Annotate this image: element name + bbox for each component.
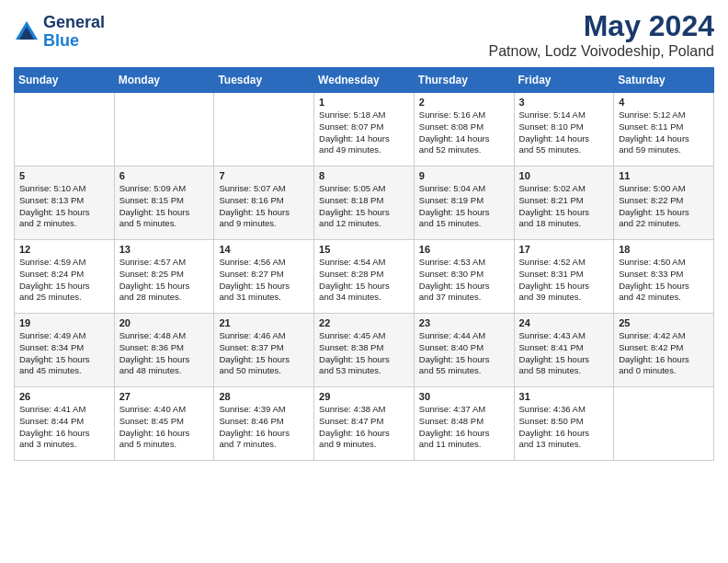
cell-info: Sunrise: 4:41 AM Sunset: 8:44 PM Dayligh… (19, 404, 109, 451)
month-title: May 2024 (488, 9, 714, 43)
cell-info: Sunrise: 5:14 AM Sunset: 8:10 PM Dayligh… (519, 109, 609, 156)
calendar-cell: 28Sunrise: 4:39 AM Sunset: 8:46 PM Dayli… (214, 387, 314, 461)
calendar-cell: 27Sunrise: 4:40 AM Sunset: 8:45 PM Dayli… (114, 387, 214, 461)
calendar-cell: 1Sunrise: 5:18 AM Sunset: 8:07 PM Daylig… (314, 93, 415, 167)
calendar-cell (114, 93, 214, 167)
day-number: 6 (119, 170, 210, 181)
calendar-week-row: 12Sunrise: 4:59 AM Sunset: 8:24 PM Dayli… (15, 240, 714, 314)
calendar-cell: 21Sunrise: 4:46 AM Sunset: 8:37 PM Dayli… (214, 314, 314, 387)
day-number: 12 (19, 244, 109, 255)
cell-info: Sunrise: 4:38 AM Sunset: 8:47 PM Dayligh… (319, 404, 409, 451)
calendar-cell: 13Sunrise: 4:57 AM Sunset: 8:25 PM Dayli… (114, 240, 214, 314)
cell-info: Sunrise: 4:52 AM Sunset: 8:31 PM Dayligh… (519, 257, 609, 304)
day-number: 16 (419, 244, 509, 255)
day-number: 25 (619, 317, 709, 328)
day-number: 3 (519, 97, 609, 108)
calendar-cell: 16Sunrise: 4:53 AM Sunset: 8:30 PM Dayli… (414, 240, 514, 314)
weekday-header-row: SundayMondayTuesdayWednesdayThursdayFrid… (15, 68, 714, 93)
day-number: 1 (319, 97, 409, 108)
cell-info: Sunrise: 4:39 AM Sunset: 8:46 PM Dayligh… (219, 404, 309, 451)
day-number: 30 (419, 391, 509, 402)
logo-icon (14, 19, 40, 45)
calendar-cell: 22Sunrise: 4:45 AM Sunset: 8:38 PM Dayli… (314, 314, 415, 387)
weekday-header-cell: Wednesday (314, 68, 415, 93)
weekday-header-cell: Sunday (15, 68, 115, 93)
calendar-cell: 31Sunrise: 4:36 AM Sunset: 8:50 PM Dayli… (514, 387, 614, 461)
calendar-cell: 5Sunrise: 5:10 AM Sunset: 8:13 PM Daylig… (15, 167, 115, 240)
calendar-cell: 24Sunrise: 4:43 AM Sunset: 8:41 PM Dayli… (514, 314, 614, 387)
title-block: May 2024 Patnow, Lodz Voivodeship, Polan… (488, 9, 714, 60)
day-number: 13 (119, 244, 210, 255)
cell-info: Sunrise: 5:02 AM Sunset: 8:21 PM Dayligh… (519, 183, 609, 230)
calendar-cell (15, 93, 115, 167)
page-header: General Blue May 2024 Patnow, Lodz Voivo… (14, 9, 714, 60)
cell-info: Sunrise: 4:44 AM Sunset: 8:40 PM Dayligh… (419, 330, 509, 377)
cell-info: Sunrise: 4:59 AM Sunset: 8:24 PM Dayligh… (19, 257, 109, 304)
day-number: 27 (119, 391, 210, 402)
day-number: 22 (319, 317, 409, 328)
calendar-cell: 18Sunrise: 4:50 AM Sunset: 8:33 PM Dayli… (614, 240, 714, 314)
calendar-week-row: 19Sunrise: 4:49 AM Sunset: 8:34 PM Dayli… (15, 314, 714, 387)
calendar-cell: 14Sunrise: 4:56 AM Sunset: 8:27 PM Dayli… (214, 240, 314, 314)
calendar-table: SundayMondayTuesdayWednesdayThursdayFrid… (14, 67, 714, 461)
day-number: 17 (519, 244, 609, 255)
calendar-cell: 15Sunrise: 4:54 AM Sunset: 8:28 PM Dayli… (314, 240, 415, 314)
cell-info: Sunrise: 5:00 AM Sunset: 8:22 PM Dayligh… (619, 183, 709, 230)
calendar-cell: 9Sunrise: 5:04 AM Sunset: 8:19 PM Daylig… (414, 167, 514, 240)
day-number: 5 (19, 170, 109, 181)
cell-info: Sunrise: 4:43 AM Sunset: 8:41 PM Dayligh… (519, 330, 609, 377)
day-number: 19 (19, 317, 109, 328)
cell-info: Sunrise: 5:07 AM Sunset: 8:16 PM Dayligh… (219, 183, 309, 230)
day-number: 10 (519, 170, 609, 181)
calendar-cell: 10Sunrise: 5:02 AM Sunset: 8:21 PM Dayli… (514, 167, 614, 240)
day-number: 15 (319, 244, 409, 255)
calendar-week-row: 5Sunrise: 5:10 AM Sunset: 8:13 PM Daylig… (15, 167, 714, 240)
logo-text: General Blue (43, 14, 105, 51)
day-number: 29 (319, 391, 409, 402)
calendar-cell: 23Sunrise: 4:44 AM Sunset: 8:40 PM Dayli… (414, 314, 514, 387)
weekday-header-cell: Monday (114, 68, 214, 93)
cell-info: Sunrise: 5:18 AM Sunset: 8:07 PM Dayligh… (319, 109, 409, 156)
calendar-cell: 17Sunrise: 4:52 AM Sunset: 8:31 PM Dayli… (514, 240, 614, 314)
calendar-week-row: 1Sunrise: 5:18 AM Sunset: 8:07 PM Daylig… (15, 93, 714, 167)
weekday-header-cell: Friday (514, 68, 614, 93)
day-number: 4 (619, 97, 709, 108)
day-number: 31 (519, 391, 609, 402)
cell-info: Sunrise: 5:05 AM Sunset: 8:18 PM Dayligh… (319, 183, 409, 230)
calendar-cell: 6Sunrise: 5:09 AM Sunset: 8:15 PM Daylig… (114, 167, 214, 240)
cell-info: Sunrise: 5:09 AM Sunset: 8:15 PM Dayligh… (119, 183, 210, 230)
day-number: 8 (319, 170, 409, 181)
calendar-cell: 12Sunrise: 4:59 AM Sunset: 8:24 PM Dayli… (15, 240, 115, 314)
cell-info: Sunrise: 4:50 AM Sunset: 8:33 PM Dayligh… (619, 257, 709, 304)
cell-info: Sunrise: 4:54 AM Sunset: 8:28 PM Dayligh… (319, 257, 409, 304)
calendar-body: 1Sunrise: 5:18 AM Sunset: 8:07 PM Daylig… (15, 93, 714, 461)
logo-general: General (43, 14, 105, 32)
day-number: 18 (619, 244, 709, 255)
cell-info: Sunrise: 5:16 AM Sunset: 8:08 PM Dayligh… (419, 109, 509, 156)
logo: General Blue (14, 14, 105, 51)
location-title: Patnow, Lodz Voivodeship, Poland (488, 43, 714, 60)
day-number: 24 (519, 317, 609, 328)
day-number: 20 (119, 317, 210, 328)
calendar-cell: 20Sunrise: 4:48 AM Sunset: 8:36 PM Dayli… (114, 314, 214, 387)
calendar-cell: 3Sunrise: 5:14 AM Sunset: 8:10 PM Daylig… (514, 93, 614, 167)
cell-info: Sunrise: 4:40 AM Sunset: 8:45 PM Dayligh… (119, 404, 210, 451)
cell-info: Sunrise: 5:10 AM Sunset: 8:13 PM Dayligh… (19, 183, 109, 230)
day-number: 14 (219, 244, 309, 255)
weekday-header-cell: Saturday (614, 68, 714, 93)
day-number: 7 (219, 170, 309, 181)
cell-info: Sunrise: 5:12 AM Sunset: 8:11 PM Dayligh… (619, 109, 709, 156)
calendar-cell (614, 387, 714, 461)
day-number: 28 (219, 391, 309, 402)
calendar-cell: 7Sunrise: 5:07 AM Sunset: 8:16 PM Daylig… (214, 167, 314, 240)
calendar-cell: 2Sunrise: 5:16 AM Sunset: 8:08 PM Daylig… (414, 93, 514, 167)
calendar-cell: 26Sunrise: 4:41 AM Sunset: 8:44 PM Dayli… (15, 387, 115, 461)
calendar-cell: 25Sunrise: 4:42 AM Sunset: 8:42 PM Dayli… (614, 314, 714, 387)
cell-info: Sunrise: 5:04 AM Sunset: 8:19 PM Dayligh… (419, 183, 509, 230)
cell-info: Sunrise: 4:53 AM Sunset: 8:30 PM Dayligh… (419, 257, 509, 304)
cell-info: Sunrise: 4:45 AM Sunset: 8:38 PM Dayligh… (319, 330, 409, 377)
day-number: 21 (219, 317, 309, 328)
cell-info: Sunrise: 4:46 AM Sunset: 8:37 PM Dayligh… (219, 330, 309, 377)
day-number: 9 (419, 170, 509, 181)
day-number: 23 (419, 317, 509, 328)
